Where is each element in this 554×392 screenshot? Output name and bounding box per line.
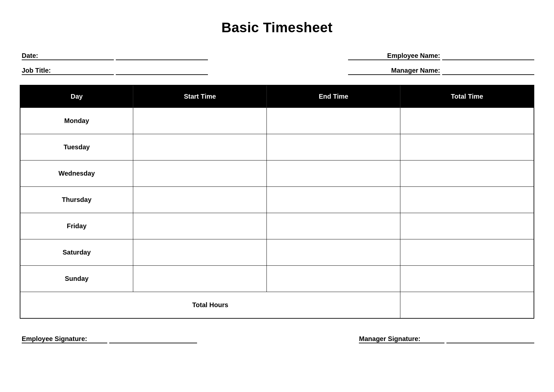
day-cell: Wednesday bbox=[20, 160, 133, 187]
total-hours-value[interactable] bbox=[400, 292, 534, 318]
employee-name-value[interactable] bbox=[442, 52, 534, 60]
start-time-cell[interactable] bbox=[133, 134, 267, 160]
employee-name-label: Employee Name: bbox=[348, 52, 440, 60]
timesheet-table: Day Start Time End Time Total Time Monda… bbox=[20, 85, 534, 319]
table-row: Tuesday bbox=[20, 134, 534, 160]
job-title-label: Job Title: bbox=[22, 67, 114, 75]
total-time-cell[interactable] bbox=[400, 266, 534, 292]
total-hours-row: Total Hours bbox=[20, 292, 534, 318]
start-time-cell[interactable] bbox=[133, 160, 267, 187]
table-row: Saturday bbox=[20, 239, 534, 266]
end-time-cell[interactable] bbox=[267, 108, 400, 134]
total-hours-label: Total Hours bbox=[20, 292, 400, 318]
employee-name-field: Employee Name: bbox=[346, 52, 534, 60]
manager-signature-label: Manager Signature: bbox=[359, 335, 444, 343]
form-row-1: Date: Employee Name: bbox=[20, 52, 534, 60]
table-row: Thursday bbox=[20, 187, 534, 213]
total-time-cell[interactable] bbox=[400, 213, 534, 239]
day-cell: Monday bbox=[20, 108, 133, 134]
header-end-time: End Time bbox=[267, 85, 400, 108]
form-row-2: Job Title: Manager Name: bbox=[20, 67, 534, 75]
day-cell: Saturday bbox=[20, 239, 133, 266]
end-time-cell[interactable] bbox=[267, 239, 400, 266]
day-cell: Tuesday bbox=[20, 134, 133, 160]
manager-signature-field: Manager Signature: bbox=[357, 335, 534, 343]
end-time-cell[interactable] bbox=[267, 187, 400, 213]
end-time-cell[interactable] bbox=[267, 160, 400, 187]
manager-name-field: Manager Name: bbox=[346, 67, 534, 75]
manager-name-label: Manager Name: bbox=[348, 67, 440, 75]
table-row: Sunday bbox=[20, 266, 534, 292]
employee-signature-label: Employee Signature: bbox=[22, 335, 107, 343]
header-total-time: Total Time bbox=[400, 85, 534, 108]
start-time-cell[interactable] bbox=[133, 213, 267, 239]
start-time-cell[interactable] bbox=[133, 187, 267, 213]
start-time-cell[interactable] bbox=[133, 108, 267, 134]
header-day: Day bbox=[20, 85, 133, 108]
employee-signature-value[interactable] bbox=[109, 335, 197, 343]
header-start-time: Start Time bbox=[133, 85, 267, 108]
end-time-cell[interactable] bbox=[267, 213, 400, 239]
end-time-cell[interactable] bbox=[267, 134, 400, 160]
day-cell: Thursday bbox=[20, 187, 133, 213]
table-row: Friday bbox=[20, 213, 534, 239]
total-time-cell[interactable] bbox=[400, 160, 534, 187]
date-field: Date: bbox=[20, 52, 208, 60]
start-time-cell[interactable] bbox=[133, 239, 267, 266]
start-time-cell[interactable] bbox=[133, 266, 267, 292]
form-fields: Date: Employee Name: Job Title: bbox=[20, 52, 534, 75]
manager-signature-value[interactable] bbox=[446, 335, 534, 343]
job-title-field: Job Title: bbox=[20, 67, 208, 75]
total-time-cell[interactable] bbox=[400, 108, 534, 134]
end-time-cell[interactable] bbox=[267, 266, 400, 292]
table-row: Monday bbox=[20, 108, 534, 134]
total-time-cell[interactable] bbox=[400, 187, 534, 213]
table-header-row: Day Start Time End Time Total Time bbox=[20, 85, 534, 108]
job-title-value[interactable] bbox=[116, 67, 208, 75]
total-time-cell[interactable] bbox=[400, 239, 534, 266]
day-cell: Sunday bbox=[20, 266, 133, 292]
employee-signature-field: Employee Signature: bbox=[20, 335, 197, 343]
page-title: Basic Timesheet bbox=[20, 20, 534, 36]
date-value[interactable] bbox=[116, 52, 208, 60]
table-row: Wednesday bbox=[20, 160, 534, 187]
date-label: Date: bbox=[22, 52, 114, 60]
signatures-section: Employee Signature: Manager Signature: bbox=[20, 335, 534, 343]
day-cell: Friday bbox=[20, 213, 133, 239]
manager-name-value[interactable] bbox=[442, 67, 534, 75]
total-time-cell[interactable] bbox=[400, 134, 534, 160]
